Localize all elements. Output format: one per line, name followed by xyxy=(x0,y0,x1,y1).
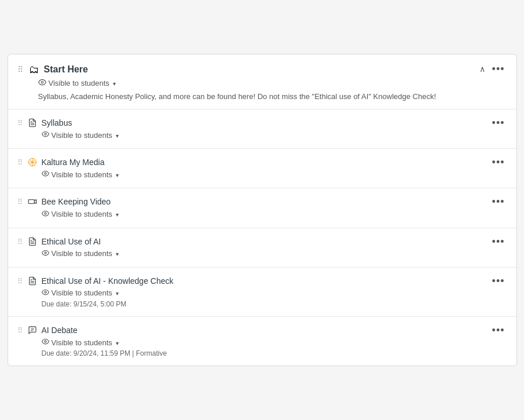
item-left: ⠿ Ethical Use of AI - Knowledge Check Vi… xyxy=(17,276,490,308)
module-visibility-row: Visible to students ▾ xyxy=(38,78,507,88)
item-eye-icon xyxy=(42,249,49,259)
item-more-button[interactable]: ••• xyxy=(490,276,507,286)
module-drag-handle[interactable]: ⠿ xyxy=(17,65,23,74)
item-meta: Due date: 9/20/24, 11:59 PM | Formative xyxy=(42,349,490,357)
item-title: Ethical Use of AI xyxy=(42,236,490,247)
item-title: AI Debate xyxy=(42,325,490,335)
item-eye-icon xyxy=(42,288,49,298)
module-title-area: ⠿ 🗂 Start Here xyxy=(17,64,88,76)
item-visibility-text: Visible to students xyxy=(52,170,112,179)
module-visibility-dropdown[interactable]: ▾ xyxy=(112,79,116,87)
item-meta: Due date: 9/15/24, 5:00 PM xyxy=(42,300,490,308)
item-drag-handle[interactable]: ⠿ xyxy=(17,158,23,167)
item-visibility-dropdown[interactable]: ▾ xyxy=(115,210,119,218)
item-visibility: Visible to students ▾ xyxy=(42,169,490,180)
item-visibility-text: Visible to students xyxy=(52,288,112,297)
item-visibility-chevron: ▾ xyxy=(116,133,119,139)
list-item: ⠿ Bee Keeping Video Visible to students … xyxy=(8,188,516,228)
item-type-icon xyxy=(27,326,38,337)
item-visibility: Visible to students ▾ xyxy=(42,130,490,140)
item-content: Bee Keeping Video Visible to students ▾ xyxy=(42,196,490,219)
item-eye-icon xyxy=(42,337,49,348)
item-visibility-text: Visible to students xyxy=(52,131,112,140)
item-eye-icon xyxy=(42,130,49,140)
item-more-button[interactable]: ••• xyxy=(490,325,507,335)
item-visibility-dropdown[interactable]: ▾ xyxy=(115,249,119,258)
module-items-list: ⠿ Syllabus Visible to students ▾ ••• xyxy=(8,109,516,366)
item-more-button[interactable]: ••• xyxy=(490,236,507,247)
item-content: AI Debate Visible to students ▾ Due date… xyxy=(42,325,490,357)
module-more-button[interactable]: ••• xyxy=(490,64,507,74)
item-more-button[interactable]: ••• xyxy=(490,196,507,207)
svg-rect-10 xyxy=(28,200,34,204)
collapse-icon: ∧ xyxy=(479,64,485,74)
module-eye-icon xyxy=(38,78,46,88)
list-item: ⠿ AI Debate Visible to students ▾ Due da… xyxy=(8,317,516,366)
item-visibility-dropdown[interactable]: ▾ xyxy=(115,338,119,347)
item-title: Kaltura My Media xyxy=(42,157,490,167)
item-drag-handle[interactable]: ⠿ xyxy=(17,277,23,286)
item-title: Bee Keeping Video xyxy=(42,196,490,207)
item-left: ⠿ Bee Keeping Video Visible to students … xyxy=(17,196,490,219)
item-visibility-chevron: ▾ xyxy=(116,211,119,218)
item-left: ⠿ Ethical Use of AI Visible to students … xyxy=(17,236,490,259)
item-more-button[interactable]: ••• xyxy=(490,118,507,128)
list-item: ⠿ Ethical Use of AI Visible to students … xyxy=(8,228,516,268)
item-right: ••• xyxy=(490,118,507,128)
course-module-container: ⠿ 🗂 Start Here ∧ ••• Visible to students… xyxy=(8,54,517,366)
item-right: ••• xyxy=(490,157,507,167)
svg-point-18 xyxy=(44,291,46,293)
module-title: Start Here xyxy=(44,64,88,75)
module-collapse-button[interactable]: ∧ xyxy=(479,64,485,74)
item-drag-handle[interactable]: ⠿ xyxy=(17,198,23,206)
list-item: ⠿ Kaltura My Media Visible to students ▾… xyxy=(8,149,516,188)
item-visibility: Visible to students ▾ xyxy=(42,288,490,298)
svg-point-0 xyxy=(41,81,43,83)
item-visibility-dropdown[interactable]: ▾ xyxy=(115,170,119,179)
svg-point-21 xyxy=(44,341,46,342)
item-eye-icon xyxy=(42,169,49,180)
module-folder-icon: 🗂 xyxy=(29,64,39,76)
item-eye-icon xyxy=(42,209,49,220)
item-visibility-text: Visible to students xyxy=(52,249,112,258)
item-drag-handle[interactable]: ⠿ xyxy=(17,238,23,246)
item-type-icon xyxy=(27,237,38,249)
item-more-button[interactable]: ••• xyxy=(490,157,507,167)
item-visibility-chevron: ▾ xyxy=(116,290,119,297)
item-right: ••• xyxy=(490,325,507,335)
svg-point-11 xyxy=(44,212,46,214)
item-left: ⠿ Syllabus Visible to students ▾ xyxy=(17,118,490,140)
item-type-icon xyxy=(27,158,38,169)
item-content: Kaltura My Media Visible to students ▾ xyxy=(42,157,490,180)
item-drag-handle[interactable]: ⠿ xyxy=(17,119,23,127)
svg-point-3 xyxy=(44,133,46,135)
item-visibility-chevron: ▾ xyxy=(116,340,119,346)
list-item: ⠿ Syllabus Visible to students ▾ ••• xyxy=(8,109,516,149)
module-header: ⠿ 🗂 Start Here ∧ ••• Visible to students… xyxy=(8,54,516,109)
item-right: ••• xyxy=(490,276,507,286)
module-description: Syllabus, Academic Honesty Policy, and m… xyxy=(38,92,507,102)
module-visibility-chevron: ▾ xyxy=(113,81,116,87)
item-content: Syllabus Visible to students ▾ xyxy=(42,118,490,140)
item-drag-handle[interactable]: ⠿ xyxy=(17,326,23,335)
item-type-icon xyxy=(27,197,38,209)
item-visibility-dropdown[interactable]: ▾ xyxy=(115,131,119,140)
module-visibility-text: Visible to students xyxy=(49,79,109,87)
item-content: Ethical Use of AI - Knowledge Check Visi… xyxy=(42,276,490,308)
svg-point-14 xyxy=(44,252,46,254)
item-type-icon xyxy=(27,118,38,130)
item-left: ⠿ Kaltura My Media Visible to students ▾ xyxy=(17,157,490,180)
item-title: Syllabus xyxy=(42,118,490,128)
item-visibility: Visible to students ▾ xyxy=(42,249,490,259)
svg-point-9 xyxy=(44,173,46,174)
item-title: Ethical Use of AI - Knowledge Check xyxy=(42,276,490,286)
item-visibility: Visible to students ▾ xyxy=(42,337,490,348)
item-right: ••• xyxy=(490,196,507,207)
list-item: ⠿ Ethical Use of AI - Knowledge Check Vi… xyxy=(8,268,516,317)
item-visibility-dropdown[interactable]: ▾ xyxy=(115,288,119,297)
item-visibility-text: Visible to students xyxy=(52,338,112,347)
item-visibility-chevron: ▾ xyxy=(116,172,119,178)
item-type-icon xyxy=(27,276,38,288)
item-right: ••• xyxy=(490,236,507,247)
item-content: Ethical Use of AI Visible to students ▾ xyxy=(42,236,490,259)
